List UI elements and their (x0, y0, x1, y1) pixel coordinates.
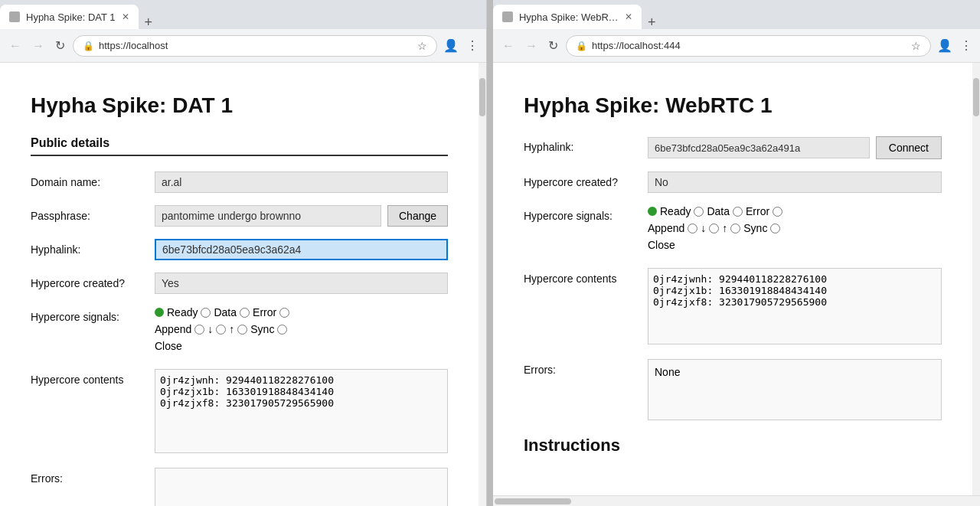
left-down-radio[interactable] (194, 325, 204, 335)
right-hypercore-created-label: Hypercore created? (524, 171, 639, 188)
right-hypercore-created-input[interactable] (648, 171, 942, 193)
right-tab[interactable]: Hypha Spike: WebRTC 1 ✕ (493, 5, 642, 29)
left-signals-row: Hypercore signals: Ready Data Error (31, 306, 448, 357)
left-change-btn[interactable]: Change (387, 205, 448, 227)
left-hypercore-created-label: Hypercore created? (31, 273, 145, 289)
right-page-title: Hypha Spike: WebRTC 1 (524, 93, 942, 118)
right-address-input[interactable]: 🔒 https://localhost:444 ☆ (566, 35, 931, 57)
left-passphrase-label: Passphrase: (31, 205, 145, 222)
left-hyphalink-label: Hyphalink: (31, 239, 145, 256)
left-scrollbar[interactable] (479, 63, 486, 506)
right-tab-title: Hypha Spike: WebRTC 1 (519, 11, 619, 23)
left-passphrase-input[interactable] (155, 205, 381, 227)
right-menu-icon[interactable]: ⋮ (959, 37, 974, 54)
left-errors-value-wrap (155, 468, 448, 506)
right-append-radio[interactable] (773, 207, 782, 217)
right-hyphalink-input[interactable] (648, 137, 870, 158)
right-ready-radio-dot (648, 207, 657, 216)
left-domain-value-wrap (155, 171, 448, 193)
left-domain-row: Domain name: (31, 171, 448, 193)
left-errors-label: Errors: (31, 468, 145, 485)
right-hypercore-created-row: Hypercore created? (524, 171, 942, 193)
right-scrollbar-thumb[interactable] (973, 78, 979, 116)
right-close-radio[interactable] (770, 224, 780, 233)
left-close-radio[interactable] (277, 325, 287, 335)
left-ready-radio-dot (155, 308, 164, 317)
right-sync-radio[interactable] (730, 224, 740, 233)
left-forward-btn[interactable]: → (29, 38, 47, 54)
right-signals-line2: Append ↓ ↑ Sync (648, 222, 942, 234)
right-bottom-scrollbar[interactable] (493, 495, 980, 506)
right-tab-add[interactable]: + (642, 15, 662, 29)
right-contents-label: Hypercore contents (524, 268, 639, 285)
left-hyphalink-input[interactable] (155, 239, 448, 260)
right-down-radio[interactable] (688, 224, 697, 233)
right-data-label: Data (707, 205, 730, 217)
right-star-icon[interactable]: ☆ (911, 40, 921, 52)
left-profile-icon[interactable]: 👤 (442, 37, 460, 54)
left-tab-close[interactable]: ✕ (122, 11, 129, 22)
left-scrollbar-thumb[interactable] (479, 78, 485, 116)
left-up-radio[interactable] (216, 325, 226, 335)
left-append-radio[interactable] (279, 308, 289, 318)
right-errors-value: None (655, 366, 680, 378)
right-signals-row: Hypercore signals: Ready Data Error (524, 205, 942, 256)
right-up-radio[interactable] (709, 224, 719, 233)
left-address-input[interactable]: 🔒 https://localhost ☆ (73, 35, 437, 57)
left-errors-box (155, 468, 448, 506)
right-down-label: ↓ (701, 222, 706, 234)
right-error-radio[interactable] (733, 207, 743, 217)
left-passphrase-row: Passphrase: Change (31, 205, 448, 227)
left-contents-textarea[interactable]: 0jr4zjwnh: 929440118228276100 0jr4zjx1b:… (155, 369, 448, 453)
right-h-scrollbar-thumb[interactable] (495, 498, 571, 504)
left-reload-btn[interactable]: ↻ (52, 37, 68, 54)
left-sync-label: Sync (250, 323, 274, 335)
left-tab[interactable]: Hypha Spike: DAT 1 ✕ (0, 5, 139, 29)
right-tab-close[interactable]: ✕ (625, 11, 632, 22)
left-star-icon[interactable]: ☆ (417, 40, 427, 52)
right-hyphalink-label: Hyphalink: (524, 136, 639, 153)
left-tab-favicon (9, 11, 20, 22)
right-connect-btn[interactable]: Connect (876, 136, 942, 159)
right-tab-bar: Hypha Spike: WebRTC 1 ✕ + (493, 0, 980, 29)
right-errors-label: Errors: (524, 359, 639, 376)
right-scrollbar[interactable] (972, 63, 980, 495)
left-errors-row: Errors: (31, 468, 448, 506)
left-hypercore-created-value-wrap (155, 273, 448, 294)
left-sync-radio[interactable] (237, 325, 247, 335)
left-hyphalink-row: Hyphalink: (31, 239, 448, 260)
right-forward-btn[interactable]: → (522, 38, 541, 54)
right-instructions-title: Instructions (524, 436, 942, 455)
left-error-label: Error (253, 306, 276, 318)
left-domain-input[interactable] (155, 171, 448, 193)
left-signals-line3: Close (155, 340, 448, 352)
right-signals-label: Hypercore signals: (524, 205, 639, 222)
right-sync-label: Sync (743, 222, 767, 234)
right-back-btn[interactable]: ← (499, 38, 518, 54)
right-lock-icon: 🔒 (576, 41, 587, 51)
right-errors-display: None (648, 359, 942, 420)
right-hypercore-created-value-wrap (648, 171, 942, 193)
right-reload-btn[interactable]: ↻ (545, 37, 561, 54)
left-back-btn[interactable]: ← (6, 38, 24, 54)
right-data-radio[interactable] (694, 207, 704, 217)
left-menu-icon[interactable]: ⋮ (465, 37, 480, 54)
left-down-label: ↓ (207, 323, 213, 335)
right-ready-label: Ready (660, 205, 691, 217)
left-tab-title: Hypha Spike: DAT 1 (26, 11, 116, 23)
left-error-radio[interactable] (240, 308, 250, 318)
left-data-radio[interactable] (201, 308, 211, 318)
left-append-label: Append (155, 323, 191, 335)
right-contents-textarea[interactable]: 0jr4zjwnh: 929440118228276100 0jr4zjx1b:… (648, 268, 942, 344)
left-lock-icon: 🔒 (83, 41, 94, 51)
left-hypercore-created-input[interactable] (155, 273, 448, 294)
left-contents-row: Hypercore contents 0jr4zjwnh: 9294401182… (31, 369, 448, 455)
left-tab-add[interactable]: + (139, 15, 159, 29)
left-contents-label: Hypercore contents (31, 369, 145, 386)
left-page-content: Hypha Spike: DAT 1 Public details Domain… (0, 63, 479, 506)
right-connect-row: Connect (648, 136, 942, 159)
left-page-title: Hypha Spike: DAT 1 (31, 93, 448, 118)
right-profile-icon[interactable]: 👤 (936, 37, 954, 54)
right-close-label: Close (648, 239, 675, 251)
left-up-label: ↑ (229, 323, 234, 335)
